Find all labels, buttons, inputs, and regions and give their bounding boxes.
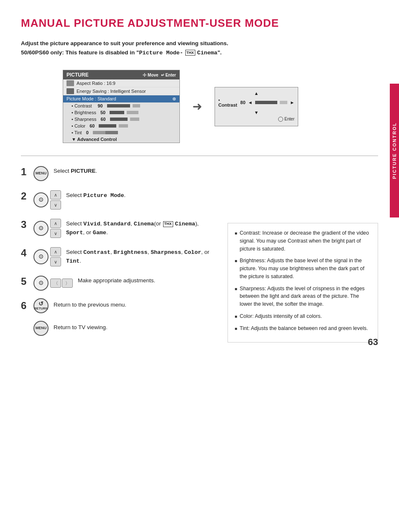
thx-logo-step3: THX xyxy=(163,221,173,227)
color-bar-empty xyxy=(119,124,128,128)
menu-button-1: MENU xyxy=(33,166,49,181)
enter-button-5 xyxy=(33,276,49,291)
tint-bar xyxy=(93,131,118,134)
step-4-icons: ∧ ∨ xyxy=(33,247,61,266)
down-button-4: ∨ xyxy=(50,257,61,266)
desc-tint: Tint: Adjusts the balance between red an… xyxy=(235,325,371,332)
left-button-5: 〈 xyxy=(50,279,61,288)
return-button-6: ↺ RETURN xyxy=(33,298,49,313)
enter-button-4 xyxy=(33,249,49,264)
step-2: 2 ∧ ∨ Select Picture Mode. xyxy=(21,189,219,210)
step-3-text: Select Vivid, Standard, Cinema(or THX Ci… xyxy=(66,217,219,238)
thx-logo: THX xyxy=(185,50,195,56)
step-1-text: Select PICTURE. xyxy=(54,164,219,175)
section-divider xyxy=(21,156,378,156)
menu-row-aspect: Aspect Ratio : 16:9 xyxy=(63,79,179,87)
step-5-icons: 〈 〉 xyxy=(33,276,73,291)
up-button-2: ∧ xyxy=(50,190,61,200)
lr-nav-5: 〈 〉 xyxy=(50,279,73,288)
step-5: 5 〈 〉 Make appropriate adjustments. xyxy=(21,274,219,291)
aspect-icon xyxy=(66,80,74,86)
descriptions-panel: Contrast: Increase or decrease the gradi… xyxy=(228,223,378,343)
step-4: 4 ∧ ∨ Select Contrast, Brightness, Sharp… xyxy=(21,246,219,266)
enter-button-indicator: Enter xyxy=(278,117,294,122)
step-3: 3 ∧ ∨ Select Vivid, Standard, Cinema(or … xyxy=(21,217,219,238)
updown-nav-4: ∧ ∨ xyxy=(50,247,61,266)
sharpness-bar-empty xyxy=(130,118,139,121)
step-6: 6 ↺ RETURN Return to the previous menu. xyxy=(21,298,219,313)
desc-list: Contrast: Increase or decrease the gradi… xyxy=(235,229,371,332)
menu-advanced: ▼ Advanced Control xyxy=(63,136,179,143)
down-button-2: ∨ xyxy=(50,200,61,210)
steps-left: 1 MENU Select PICTURE. 2 ∧ ∨ xyxy=(21,164,228,343)
menu-header: PICTURE ☩ Move ↵ Enter xyxy=(63,70,179,79)
up-button-4: ∧ xyxy=(50,247,61,256)
step-4-text: Select Contrast, Brightness, Sharpness, … xyxy=(66,246,219,266)
menu-item-contrast: • Contrast 90 xyxy=(63,102,179,109)
step-2-text: Select Picture Mode. xyxy=(66,189,219,200)
step-6-text: Return to the previous menu. xyxy=(54,298,219,309)
enter-button-3 xyxy=(33,221,49,236)
side-bar: PICTURE CONTROL xyxy=(390,84,399,217)
step-2-icons: ∧ ∨ xyxy=(33,190,61,210)
menu-row-picture-mode: Picture Mode : Standard ⊕ xyxy=(63,95,179,102)
enter-button-2 xyxy=(33,192,49,207)
contrast-slider-filled xyxy=(255,101,278,104)
arrow-right-icon: ➜ xyxy=(192,100,202,113)
menu-row-energy: Energy Saving : Intelligent Sensor xyxy=(63,87,179,95)
step-5-text: Make appropriate adjustments. xyxy=(78,274,219,285)
contrast-bar xyxy=(107,104,130,107)
step-1-icons: MENU xyxy=(33,166,49,181)
contrast-panel: ▲ • Contrast 80 ◄ ► ▼ Enter xyxy=(215,87,298,126)
sharpness-bar xyxy=(110,118,128,121)
screenshot-area: PICTURE ☩ Move ↵ Enter Aspect Ratio : 16… xyxy=(63,70,378,143)
energy-icon xyxy=(66,88,74,94)
up-button-3: ∧ xyxy=(50,219,61,228)
updown-nav-2: ∧ ∨ xyxy=(50,190,61,210)
color-bar xyxy=(99,124,116,128)
page-number: 63 xyxy=(368,337,378,348)
desc-color: Color: Adjusts intensity of all colors. xyxy=(235,312,371,320)
intro-text: Adjust the picture appearance to suit yo… xyxy=(21,39,378,57)
menu-button-7: MENU xyxy=(33,321,49,336)
brightness-bar-empty xyxy=(127,111,138,114)
menu-item-brightness: • Brightness 50 xyxy=(63,109,179,116)
updown-nav-3: ∧ ∨ xyxy=(50,219,61,238)
menu-box: PICTURE ☩ Move ↵ Enter Aspect Ratio : 16… xyxy=(63,70,180,143)
steps-area: 1 MENU Select PICTURE. 2 ∧ ∨ xyxy=(21,164,378,343)
menu-item-sharpness: • Sharpness 60 xyxy=(63,116,179,123)
right-button-5: 〉 xyxy=(62,279,73,288)
enter-circle-icon xyxy=(278,117,283,122)
down-button-3: ∨ xyxy=(50,229,61,238)
page-title: MANUAL PICTURE ADJUSTMENT-USER MODE xyxy=(21,17,378,30)
desc-sharpness: Sharpness: Adjusts the level of crispnes… xyxy=(235,285,371,308)
desc-contrast: Contrast: Increase or decrease the gradi… xyxy=(235,229,371,253)
page-container: MANUAL PICTURE ADJUSTMENT-USER MODE Adju… xyxy=(0,0,399,360)
menu-item-color: • Color 60 xyxy=(63,123,179,129)
contrast-slider-empty xyxy=(280,101,287,104)
menu-item-tint: • Tint 0 xyxy=(63,129,179,136)
brightness-bar xyxy=(110,111,124,114)
step-7-text: Return to TV viewing. xyxy=(54,321,219,332)
step-7: MENU Return to TV viewing. xyxy=(21,321,219,336)
desc-brightness: Brightness: Adjusts the base level of th… xyxy=(235,257,371,280)
step-1: 1 MENU Select PICTURE. xyxy=(21,164,219,181)
step-3-icons: ∧ ∨ xyxy=(33,219,61,238)
contrast-bar-empty xyxy=(133,104,140,107)
